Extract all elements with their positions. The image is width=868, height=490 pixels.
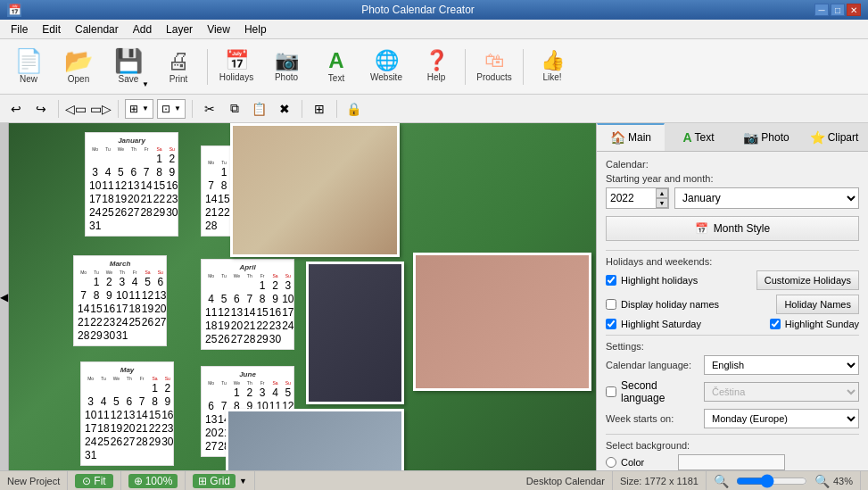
photo-icon: 📷 xyxy=(275,51,299,71)
highlight-saturday-checkbox[interactable] xyxy=(606,319,616,329)
grid-button[interactable]: ⊞ Grid xyxy=(193,474,236,488)
month-style-label: Month Style xyxy=(714,222,770,235)
year-up-button[interactable]: ▲ xyxy=(656,188,668,198)
week-starts-label: Week starts on: xyxy=(606,413,704,424)
tb2-sep-4 xyxy=(302,100,302,118)
zoom-slider[interactable] xyxy=(736,474,807,488)
menu-edit[interactable]: Edit xyxy=(35,21,68,37)
print-button[interactable]: 🖨 Print xyxy=(155,43,202,91)
minimize-button[interactable]: ─ xyxy=(814,4,829,16)
grid-dropdown-arrow[interactable]: ▼ xyxy=(239,477,247,486)
open-label: Open xyxy=(68,74,89,84)
menu-bar: File Edit Calendar Add Layer View Help xyxy=(0,20,868,39)
fit-button[interactable]: ⊙ Fit xyxy=(75,474,112,488)
background-section: Select background: Color Gradient xyxy=(606,440,859,470)
cut-button[interactable]: ✂ xyxy=(199,98,220,120)
zoom-in-icon[interactable]: 🔍 xyxy=(814,474,830,488)
tab-clipart[interactable]: ⭐ Clipart xyxy=(800,123,868,151)
website-icon: 🌐 xyxy=(375,51,399,71)
paste-button[interactable]: 📋 xyxy=(249,98,270,120)
photo-button[interactable]: 📷 Photo xyxy=(263,43,310,91)
highlight-sunday-text: Highlight Sunday xyxy=(785,319,859,329)
month-select[interactable]: January February March April May June Ju… xyxy=(674,187,859,209)
grid-icon: ⊞ xyxy=(198,475,207,487)
year-input[interactable] xyxy=(607,188,656,208)
open-button[interactable]: 📂 Open xyxy=(55,43,102,91)
menu-calendar[interactable]: Calendar xyxy=(68,21,126,37)
fit-icon: ⊙ xyxy=(82,475,91,487)
save-button[interactable]: 💾 Save ▼ xyxy=(105,43,152,91)
second-language-checkbox-label: Second language xyxy=(606,379,704,404)
highlight-saturday-row: Highlight Saturday Highlight Sunday xyxy=(606,319,859,329)
week-starts-select[interactable]: Monday (Europe) Sunday (US) xyxy=(704,409,859,428)
photo-tab-label: Photo xyxy=(761,131,789,144)
divider-1 xyxy=(606,250,859,251)
zoom-right-text: 43% xyxy=(833,476,853,486)
year-month-sub-label: Starting year and month: xyxy=(606,173,859,184)
products-label: Products xyxy=(476,72,511,82)
tb2-sep-3 xyxy=(192,100,193,118)
undo-button[interactable]: ↩ xyxy=(5,98,27,120)
tab-text[interactable]: A Text xyxy=(665,123,732,151)
zoom-out-icon[interactable]: 🔍 xyxy=(714,474,729,488)
tab-main[interactable]: 🏠 Main xyxy=(597,123,665,151)
products-button[interactable]: 🛍 Products xyxy=(471,43,517,91)
layout-dropdown[interactable]: ⊡ ▼ xyxy=(157,99,186,119)
color-radio[interactable] xyxy=(606,457,616,468)
close-button[interactable]: ✕ xyxy=(847,4,861,16)
second-language-checkbox[interactable] xyxy=(606,386,616,397)
year-down-button[interactable]: ▼ xyxy=(656,198,668,208)
highlight-holidays-row: Highlight holidays Customize Holidays xyxy=(606,270,859,290)
tab-photo[interactable]: 📷 Photo xyxy=(732,123,800,151)
display-holiday-names-checkbox[interactable] xyxy=(606,299,616,310)
highlight-sunday-checkbox[interactable] xyxy=(770,319,781,329)
calendar-language-select[interactable]: English Czech Slovak German French xyxy=(704,355,859,375)
delete-button[interactable]: ✖ xyxy=(274,98,295,120)
new-icon: 📄 xyxy=(14,49,43,72)
divider-3 xyxy=(606,434,859,435)
text-tab-label: Text xyxy=(695,131,715,144)
status-new-project: New Project xyxy=(7,471,68,490)
help-button[interactable]: ❓ Help xyxy=(413,43,459,91)
left-collapse-tab[interactable]: ◀ xyxy=(0,123,9,470)
zoom-button[interactable]: ⊕ 100% xyxy=(128,474,178,488)
like-button[interactable]: 👍 Like! xyxy=(529,43,575,91)
redo-button[interactable]: ↪ xyxy=(30,98,52,120)
month-style-button[interactable]: 📅 Month Style xyxy=(606,216,859,241)
menu-layer[interactable]: Layer xyxy=(159,21,200,37)
page-back-button[interactable]: ◁▭ xyxy=(65,98,87,120)
divider-2 xyxy=(606,335,859,336)
tb2-sep-5 xyxy=(336,100,337,118)
menu-help[interactable]: Help xyxy=(237,21,274,37)
panel-tabs: 🏠 Main A Text 📷 Photo ⭐ Clipart xyxy=(597,123,868,152)
maximize-button[interactable]: □ xyxy=(831,4,845,16)
copy-button[interactable]: ⧉ xyxy=(224,98,245,120)
holiday-names-button[interactable]: Holiday Names xyxy=(776,295,859,314)
status-zoom: ⊕ 100% xyxy=(121,471,186,490)
menu-file[interactable]: File xyxy=(4,21,35,37)
year-month-row: ▲ ▼ January February March April May Jun… xyxy=(606,187,859,209)
canvas-area[interactable]: January MoTuWeThFrSaSu 12 3456789 101112… xyxy=(9,123,596,470)
window-controls: ─ □ ✕ xyxy=(814,4,861,16)
page-fwd-button[interactable]: ▭▷ xyxy=(90,98,112,120)
view-icon: ⊞ xyxy=(129,103,138,115)
tb2-sep-2 xyxy=(118,100,119,118)
text-label: Text xyxy=(328,73,344,83)
status-size: Size: 1772 x 1181 xyxy=(613,471,707,490)
second-language-select[interactable]: Čeština English xyxy=(704,382,859,402)
calendar-page-may: May MoTuWeThFrSaSu 12 3456789 1011121314… xyxy=(80,361,174,466)
holidays-button[interactable]: 📅 Holidays xyxy=(213,43,260,91)
new-button[interactable]: 📄 New xyxy=(5,43,52,91)
view-dropdown[interactable]: ⊞ ▼ xyxy=(125,99,153,119)
lock-button[interactable]: 🔒 xyxy=(343,98,365,120)
menu-add[interactable]: Add xyxy=(126,21,159,37)
website-button[interactable]: 🌐 Website xyxy=(363,43,409,91)
text-button[interactable]: A Text xyxy=(313,43,360,91)
group-button[interactable]: ⊞ xyxy=(309,98,330,120)
print-label: Print xyxy=(169,74,188,84)
customize-holidays-button[interactable]: Customize Holidays xyxy=(756,270,859,290)
highlight-holidays-checkbox[interactable] xyxy=(606,275,616,286)
calendar-page-january: January MoTuWeThFrSaSu 12 3456789 101112… xyxy=(85,132,178,237)
menu-view[interactable]: View xyxy=(200,21,237,37)
secondary-toolbar: ↩ ↪ ◁▭ ▭▷ ⊞ ▼ ⊡ ▼ ✂ ⧉ 📋 ✖ ⊞ 🔒 xyxy=(0,95,868,123)
